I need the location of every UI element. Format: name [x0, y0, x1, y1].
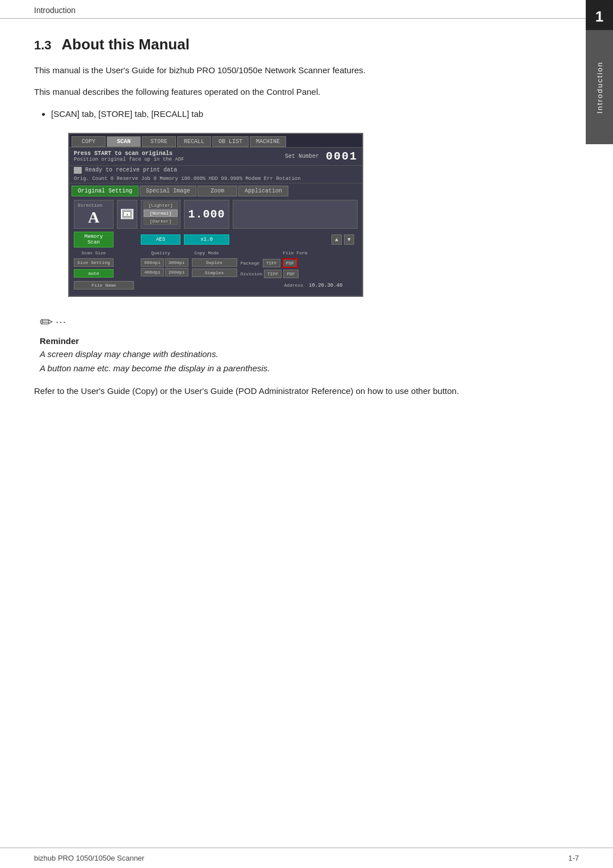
body-para3: Refer to the User's Guide (Copy) or the …: [34, 384, 568, 398]
screen-ready-text: Ready to receive print data: [85, 167, 177, 173]
lighter-btn[interactable]: [Lighter]: [144, 202, 178, 209]
size-setting-btn[interactable]: Size Setting: [74, 258, 114, 267]
tiff2-btn[interactable]: TIFF: [264, 270, 282, 278]
section-title: About this Manual: [62, 36, 190, 53]
package-label: Package: [241, 261, 261, 266]
zoom-value: 1.000: [188, 208, 225, 221]
screen-tab-store[interactable]: STORE: [142, 136, 176, 147]
quality-label: Quality: [141, 250, 180, 255]
screen-tab-scan[interactable]: SCAN: [107, 136, 141, 147]
section-number: 1.3: [34, 38, 52, 53]
intro-para1: This manual is the User's Guide for bizh…: [34, 64, 568, 77]
auto-btn[interactable]: auto: [74, 269, 114, 278]
address-label: Address: [269, 283, 303, 288]
chapter-number: 1: [586, 0, 613, 31]
screen-simulation: COPY SCAN STORE RECALL OB LIST MACHINE P…: [68, 133, 363, 297]
aes-btn[interactable]: AES: [141, 234, 180, 245]
screen-tab-oblist[interactable]: OB LIST: [212, 136, 249, 147]
600dpi-btn[interactable]: 600dpi: [141, 258, 164, 267]
screen-tab-zoom[interactable]: Zoom: [198, 186, 237, 196]
screen-tab-machine[interactable]: MACHINE: [250, 136, 286, 147]
memory-scan-btn[interactable]: Memory Scan: [74, 232, 114, 248]
screen-tab-copy[interactable]: COPY: [72, 136, 106, 147]
duplex-btn[interactable]: Duplex: [192, 258, 237, 267]
chapter-label: Introduction: [595, 61, 604, 114]
screen-status-line2: Position original face up in the ADF: [74, 157, 184, 162]
copy-mode-label: Copy Mode: [184, 250, 229, 255]
reminder-title: Reminder: [40, 336, 568, 346]
pdf2-btn[interactable]: PDF: [283, 270, 298, 278]
address-value: 10.20.30.40: [306, 283, 358, 288]
screen-tab-application[interactable]: Application: [238, 186, 288, 196]
set-number-value: 0001: [326, 150, 358, 163]
screen-tab-original-setting[interactable]: Original Setting: [72, 186, 138, 196]
reminder-line2: A button name etc. may become the displa…: [40, 363, 568, 373]
up-arrow-btn[interactable]: ▲: [331, 234, 342, 245]
tiff-btn[interactable]: TIFF: [263, 259, 280, 267]
screen-info-bar: Orig. Count 0 Reserve Job 0 Memory 100.0…: [74, 176, 301, 182]
image-icon-cell: A: [117, 200, 137, 229]
svg-text:A: A: [126, 212, 129, 216]
footer-left: bizhub PRO 1050/1050e Scanner: [34, 854, 144, 862]
down-arrow-btn[interactable]: ▼: [344, 234, 354, 245]
pdf-btn[interactable]: PDF: [282, 258, 298, 268]
footer-right: 1-7: [568, 854, 579, 862]
application-area: [233, 200, 358, 229]
image-icon: A: [121, 209, 133, 219]
200dpi-btn[interactable]: 200dpi: [165, 268, 188, 276]
file-name-btn[interactable]: File Name: [74, 281, 134, 290]
400dpi-btn[interactable]: 400dpi: [141, 268, 164, 276]
screen-tab-special-image[interactable]: Special Image: [140, 186, 196, 196]
direction-cell: Direction A: [74, 200, 114, 229]
set-number-label: Set Number: [285, 153, 319, 160]
simplex-btn[interactable]: Simplex: [192, 269, 237, 277]
reminder-line1: A screen display may change with destina…: [40, 349, 568, 359]
direction-label: Direction: [78, 203, 110, 208]
breadcrumb: Introduction: [34, 6, 75, 15]
intro-para2: This manual describes the following feat…: [34, 85, 568, 99]
normal-btn[interactable]: [Normal]: [144, 209, 178, 217]
zoom-cell: 1.000: [184, 200, 229, 229]
screen-tab-recall[interactable]: RECALL: [177, 136, 211, 147]
bullet-item-1: [SCAN] tab, [STORE] tab, [RECALL] tab: [51, 107, 568, 121]
printer-icon: [74, 167, 82, 174]
density-cell: [Lighter] [Normal] [Darker]: [141, 200, 180, 229]
x10-btn[interactable]: x1.0: [184, 234, 229, 245]
file-form-label: File Form: [233, 250, 358, 255]
scan-size-label: Scan Size: [74, 250, 114, 255]
screen-status-line1: Press START to scan originals: [74, 150, 184, 157]
300dpi-btn[interactable]: 300dpi: [165, 258, 188, 267]
reminder-dots: …: [55, 313, 69, 326]
division-label: Division: [241, 271, 262, 276]
darker-btn[interactable]: [Darker]: [144, 217, 178, 225]
direction-value: A: [78, 209, 110, 227]
reminder-icon: ✏: [40, 313, 53, 332]
